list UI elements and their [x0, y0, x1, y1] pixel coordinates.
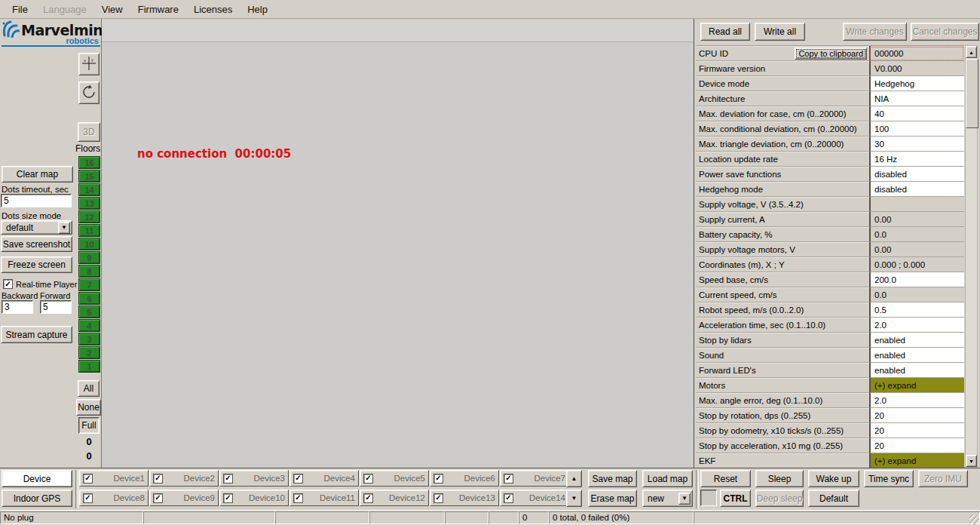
device-checkbox[interactable]: ✓ [153, 493, 163, 503]
param-value[interactable]: enabled [869, 333, 964, 348]
floor-cell-6[interactable]: 6 [78, 292, 100, 305]
floor-cell-13[interactable]: 13 [78, 197, 100, 210]
floor-cell-11[interactable]: 11 [78, 224, 100, 237]
device-checkbox[interactable]: ✓ [83, 493, 93, 503]
clear-map-button[interactable]: Clear map [2, 166, 73, 183]
resize-grip[interactable] [969, 514, 979, 524]
sleep-button[interactable]: Sleep [755, 470, 804, 487]
floor-cell-2[interactable]: 2 [78, 346, 100, 359]
dots-timeout-input[interactable] [1, 194, 72, 207]
chevron-down-icon[interactable]: ▼ [58, 222, 70, 234]
device-checkbox[interactable]: ✓ [504, 474, 513, 484]
device-cell-device12[interactable]: ✓Device12 [360, 490, 429, 506]
param-value[interactable]: 20 [869, 423, 964, 438]
floor-cell-8[interactable]: 8 [78, 265, 100, 278]
param-value[interactable]: 40 [869, 106, 964, 121]
floor-cell-16[interactable]: 16 [78, 156, 100, 169]
floors-full-button[interactable]: Full [78, 417, 100, 434]
save-map-button[interactable]: Save map [588, 470, 637, 487]
param-value[interactable]: 16 Hz [869, 152, 964, 167]
device-cell-device11[interactable]: ✓Device11 [289, 490, 359, 506]
scrollbar-thumb[interactable] [966, 59, 978, 128]
device-checkbox[interactable]: ✓ [293, 493, 303, 503]
floor-cell-9[interactable]: 9 [78, 251, 100, 264]
device-cell-device1[interactable]: ✓Device1 [79, 470, 149, 487]
device-checkbox[interactable]: ✓ [363, 493, 373, 503]
param-value[interactable]: enabled [869, 348, 964, 363]
floor-cell-14[interactable]: 14 [78, 183, 100, 196]
device-cell-device9[interactable]: ✓Device9 [149, 490, 219, 506]
devices-scroll-up-icon[interactable]: ▲ [566, 470, 582, 487]
device-checkbox[interactable]: ✓ [153, 474, 163, 484]
map-canvas[interactable]: no connection 00:00:05 [102, 19, 694, 468]
device-cell-device5[interactable]: ✓Device5 [360, 470, 429, 487]
param-value[interactable]: 200.0 [869, 272, 964, 287]
param-value[interactable]: NIA [869, 91, 964, 106]
param-value[interactable]: (+) expand [869, 378, 964, 393]
device-cell-device10[interactable]: ✓Device10 [219, 490, 289, 506]
dots-size-mode-select[interactable]: default ▼ [1, 220, 72, 235]
save-screenshot-button[interactable]: Save screenshot [1, 236, 72, 252]
erase-map-button[interactable]: Erase map [588, 490, 637, 507]
menu-licenses[interactable]: Licenses [186, 2, 240, 17]
floors-none-button[interactable]: None [76, 399, 101, 416]
floor-cell-7[interactable]: 7 [78, 278, 100, 291]
cancel-changes-button[interactable]: Cancel changes [911, 23, 979, 41]
ctrl-checkbox[interactable] [700, 490, 717, 506]
param-value[interactable]: disabled [869, 167, 964, 182]
param-value[interactable]: 2.0 [869, 318, 964, 333]
load-map-button[interactable]: Load map [642, 470, 693, 487]
wake-up-button[interactable]: Wake up [808, 470, 859, 487]
device-checkbox[interactable]: ✓ [223, 474, 233, 484]
device-cell-device2[interactable]: ✓Device2 [149, 470, 219, 487]
device-cell-device13[interactable]: ✓Device13 [430, 490, 499, 506]
deep-sleep-button[interactable]: Deep sleep [755, 490, 804, 507]
device-cell-device4[interactable]: ✓Device4 [289, 470, 359, 487]
device-checkbox[interactable]: ✓ [433, 493, 443, 503]
device-cell-device6[interactable]: ✓Device6 [430, 470, 499, 487]
device-checkbox[interactable]: ✓ [83, 474, 93, 484]
freeze-screen-button[interactable]: Freeze screen [1, 256, 72, 273]
floor-cell-1[interactable]: 1 [78, 360, 100, 373]
param-value[interactable]: enabled [869, 363, 964, 378]
floor-cell-12[interactable]: 12 [78, 210, 100, 223]
device-tab-button[interactable]: Device [2, 470, 72, 487]
floor-cell-5[interactable]: 5 [78, 305, 100, 318]
param-value[interactable]: 20 [869, 438, 964, 453]
device-checkbox[interactable]: ✓ [293, 474, 303, 484]
menu-help[interactable]: Help [240, 2, 275, 17]
device-cell-device14[interactable]: ✓Device14 [500, 490, 569, 506]
floor-cell-15[interactable]: 15 [78, 170, 100, 183]
default-button[interactable]: Default [808, 490, 859, 507]
floor-cell-10[interactable]: 10 [78, 238, 100, 250]
device-checkbox[interactable]: ✓ [363, 474, 373, 484]
backward-input[interactable] [2, 300, 33, 314]
view-3d-button[interactable]: 3D [78, 122, 100, 142]
device-cell-device7[interactable]: ✓Device7 [500, 470, 569, 487]
device-checkbox[interactable]: ✓ [433, 474, 443, 484]
device-cell-device8[interactable]: ✓Device8 [79, 490, 149, 506]
indoor-gps-tab-button[interactable]: Indoor GPS [2, 490, 72, 507]
copy-to-clipboard-button[interactable]: Copy to clipboard [795, 48, 867, 60]
param-value[interactable]: (+) expand [869, 453, 964, 468]
xy-axes-view-button[interactable]: x y [78, 53, 100, 75]
menu-view[interactable]: View [94, 2, 130, 17]
ctrl-button[interactable]: CTRL [720, 490, 751, 507]
param-value[interactable]: 100 [869, 121, 964, 137]
param-value[interactable]: 30 [869, 137, 964, 152]
realtime-player-checkbox[interactable]: ✓ [3, 279, 13, 289]
stream-capture-button[interactable]: Stream capture [1, 326, 72, 343]
zero-imu-button[interactable]: Zero IMU [918, 470, 968, 487]
param-value[interactable]: 0.5 [869, 302, 964, 318]
menu-file[interactable]: File [5, 2, 35, 17]
param-value[interactable]: 20 [869, 408, 964, 423]
floors-all-button[interactable]: All [78, 380, 100, 397]
scroll-down-icon[interactable]: ▼ [966, 455, 977, 467]
chevron-down-icon[interactable]: ▼ [678, 493, 691, 505]
floor-cell-3[interactable]: 3 [78, 333, 100, 345]
scroll-up-icon[interactable]: ▲ [966, 46, 977, 58]
forward-input[interactable] [40, 300, 72, 314]
param-value[interactable]: 2.0 [869, 393, 964, 408]
device-checkbox[interactable]: ✓ [504, 493, 513, 503]
map-select[interactable]: new ▼ [642, 490, 693, 507]
